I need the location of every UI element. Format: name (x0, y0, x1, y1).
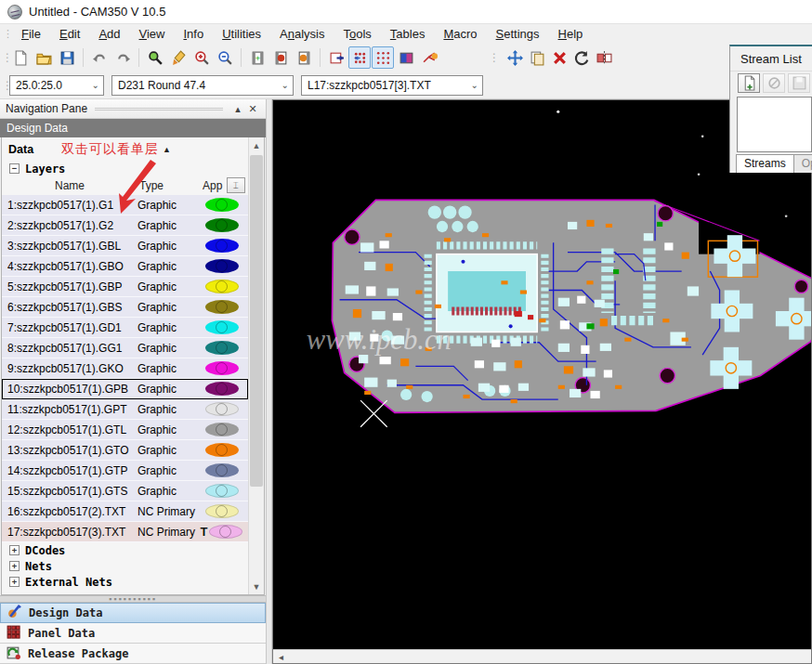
pane-splitter[interactable]: ▪▪▪▪▪▪▪▪▪▪ (0, 595, 266, 603)
layer-color-swatch[interactable] (205, 239, 239, 253)
layer-color-swatch[interactable] (205, 504, 239, 518)
pcb-canvas[interactable]: www.ipcb.cn (273, 100, 811, 649)
film-add-icon[interactable]: + (246, 46, 268, 69)
stream-tab-streams[interactable]: Streams (736, 154, 794, 173)
stream-tab-options[interactable]: Options (794, 154, 812, 173)
scrollbar-track[interactable] (249, 153, 264, 579)
menu-item-tables[interactable]: Tables (382, 25, 434, 43)
collapse-pane-icon[interactable]: ▴ (230, 102, 245, 115)
collapse-section-icon[interactable]: ▲ (163, 145, 171, 154)
layer-row[interactable]: 6:szzkpcb0517(1).GBSGraphicT (2, 297, 248, 318)
menu-item-analysis[interactable]: Analysis (271, 25, 333, 43)
mirror-icon[interactable] (593, 46, 615, 69)
new-file-icon[interactable] (9, 46, 32, 69)
pane-button-design-data[interactable]: Design Data (0, 603, 266, 623)
active-layer-select[interactable]: L17:szzkpcb0517[3].TXT ⌄ (301, 75, 483, 96)
layer-color-swatch[interactable] (205, 484, 239, 498)
layer-row[interactable]: 15:szzkpcb0517(1).GTSGraphicT (2, 481, 248, 501)
layer-color-swatch[interactable] (205, 198, 239, 212)
menu-item-tools[interactable]: Tools (335, 25, 380, 43)
layer-color-swatch[interactable] (205, 423, 239, 436)
pane-button-panel-data[interactable]: Panel Data (0, 623, 266, 644)
col-header-name[interactable]: Name (2, 179, 138, 192)
menu-item-view[interactable]: View (131, 25, 174, 43)
delete-icon[interactable] (548, 46, 570, 69)
rotate-icon[interactable] (570, 46, 593, 69)
zoom-in-icon[interactable] (190, 46, 213, 69)
layer-row[interactable]: 11:szzkpcb0517(1).GPTGraphicT (2, 399, 248, 420)
menu-item-file[interactable]: File (13, 25, 49, 43)
close-pane-icon[interactable]: ✕ (245, 102, 260, 115)
layer-row[interactable]: 4:szzkpcb0517(1).GBOGraphicT (2, 256, 248, 277)
layer-color-swatch[interactable] (205, 218, 239, 232)
layer-row[interactable]: 12:szzkpcb0517(1).GTLGraphicT (2, 420, 248, 440)
layer-row[interactable]: 8:szzkpcb0517(1).GG1GraphicT (2, 338, 248, 358)
layer-color-swatch[interactable] (205, 463, 239, 477)
pane-button-release-package[interactable]: Release Package (0, 644, 266, 664)
grid-dots-icon[interactable] (372, 46, 394, 69)
grid-select[interactable]: 25.0:25.0 ⌄ (9, 75, 104, 96)
layer-color-swatch[interactable] (205, 443, 239, 457)
layer-color-swatch[interactable] (205, 402, 239, 416)
expand-node-icon[interactable]: + (9, 577, 20, 587)
menu-item-utilities[interactable]: Utilities (214, 25, 269, 43)
color-table-icon[interactable] (395, 46, 417, 69)
copy-icon[interactable] (526, 46, 548, 69)
menu-item-info[interactable]: Info (175, 25, 212, 43)
menu-item-add[interactable]: Add (90, 25, 128, 43)
save-icon[interactable] (56, 46, 78, 69)
scroll-down-icon[interactable]: ▼ (249, 579, 264, 594)
layer-row[interactable]: 3:szzkpcb0517(1).GBLGraphicT (2, 236, 248, 256)
open-file-icon[interactable] (33, 46, 55, 69)
tree-node-layers[interactable]: − Layers (2, 161, 248, 176)
layer-color-swatch[interactable] (209, 525, 242, 539)
layer-row[interactable]: 5:szzkpcb0517(1).GBPGraphicT (2, 277, 248, 297)
undo-icon[interactable] (88, 46, 111, 69)
film-copy-icon[interactable] (293, 46, 315, 69)
layer-color-swatch[interactable] (205, 300, 239, 314)
film-remove-icon[interactable] (269, 46, 292, 69)
layer-row[interactable]: 14:szzkpcb0517(1).GTPGraphicT (2, 461, 248, 481)
grid-snap-icon[interactable] (348, 46, 371, 69)
dcode-select[interactable]: D231 Round 47.4 ⌄ (111, 75, 294, 96)
menu-item-help[interactable]: Help (550, 25, 592, 43)
menu-item-edit[interactable]: Edit (51, 25, 88, 43)
redo-icon[interactable] (111, 46, 134, 69)
tree-node-external-nets[interactable]: +External Nets (2, 574, 248, 590)
scrollbar-thumb[interactable] (250, 155, 263, 487)
tree-node-dcodes[interactable]: +DCodes (2, 542, 248, 558)
net-highlight-icon[interactable] (418, 46, 440, 69)
layer-color-swatch[interactable] (205, 382, 239, 396)
collapse-node-icon[interactable]: − (9, 163, 20, 174)
canvas-hscrollbar[interactable]: ◂ (273, 649, 811, 663)
tree-node-nets[interactable]: +Nets (2, 558, 248, 574)
data-section-row[interactable]: Data 双击可以看单层 ▲ (2, 137, 248, 161)
stream-list-box[interactable] (737, 97, 812, 152)
layer-color-swatch[interactable] (205, 320, 239, 334)
expand-node-icon[interactable]: + (9, 561, 20, 571)
menu-item-macro[interactable]: Macro (435, 25, 485, 43)
layer-color-swatch[interactable] (205, 341, 239, 355)
layer-row[interactable]: 16:szzkpcb0517(2).TXTNC PrimaryT (2, 501, 248, 522)
zoom-out-icon[interactable] (214, 46, 236, 69)
move-icon[interactable] (504, 46, 526, 69)
layer-row[interactable]: 2:szzkpcb0517(1).G2GraphicT (2, 215, 248, 236)
layer-row[interactable]: 17:szzkpcb0517(3).TXTNC PrimaryT (2, 522, 248, 542)
layer-color-swatch[interactable] (205, 259, 239, 273)
layer-list-scrollbar[interactable]: ▲ ▼ (248, 137, 264, 594)
stream-new-button[interactable] (738, 73, 760, 93)
layer-row[interactable]: 7:szzkpcb0517(1).GD1GraphicT (2, 318, 248, 338)
menu-item-settings[interactable]: Settings (488, 25, 548, 43)
expand-node-icon[interactable]: + (9, 545, 20, 555)
query-item-icon[interactable] (144, 46, 166, 69)
col-header-type[interactable]: Type (138, 179, 195, 192)
cleanup-icon[interactable] (167, 46, 190, 69)
layer-row[interactable]: 13:szzkpcb0517(1).GTOGraphicT (2, 440, 248, 461)
layer-row[interactable]: 1:szzkpcb0517(1).G1GraphicT (2, 195, 248, 215)
column-resize-button[interactable]: ⌶ (227, 177, 245, 193)
layer-row[interactable]: 9:szzkpcb0517(1).GKOGraphicT (2, 358, 248, 379)
layer-color-swatch[interactable] (205, 361, 239, 375)
scroll-up-icon[interactable]: ▲ (249, 137, 264, 153)
layer-color-swatch[interactable] (205, 280, 239, 293)
pad-edit-icon[interactable] (325, 46, 347, 69)
